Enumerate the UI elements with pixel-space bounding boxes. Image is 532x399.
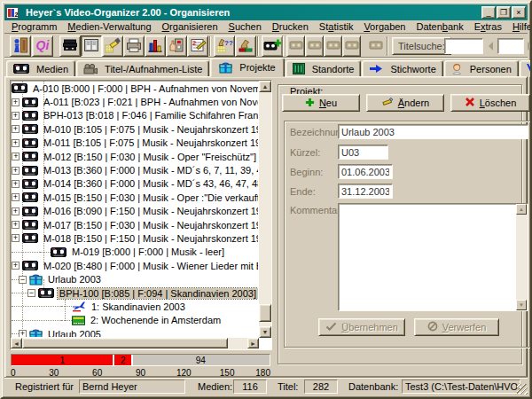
tree-item-bph-100-b-085-f-094[interactable]: −BPH-100 [B:085 | F:094 | Skandinavien 2… <box>12 286 258 300</box>
scroll-left-icon[interactable]: ◄ <box>11 338 22 348</box>
scrollbar-thumb[interactable] <box>22 338 228 348</box>
menu-datenbank[interactable]: Datenbank <box>411 21 468 32</box>
record-nav-input[interactable] <box>497 38 524 54</box>
tree-item-a-010-b-000-f-000-b[interactable]: A-010 [B:000 | F:000 | BPH - Aufnahmen v… <box>12 82 258 95</box>
minimize-button[interactable]: _ <box>481 6 496 19</box>
tree-item-m-019-b-000-f-000-m[interactable]: M-019 [B:000 | F:000 | Musik - leer] <box>12 246 258 259</box>
tree-item-m-011-b-105-f-075-m[interactable]: +M-011 [B:105 | F:075 | Musik - Neujahrs… <box>12 137 258 150</box>
kuerzel-field[interactable] <box>338 145 388 160</box>
collapse-icon[interactable]: − <box>19 276 27 284</box>
menu-medien-verwaltung[interactable]: Medien-Verwaltung <box>62 21 156 32</box>
tree-item-m-017-b-150-f-030-m[interactable]: +M-017 [B:150 | F:030 | Musik - Neujahrs… <box>12 218 258 231</box>
menu-organisieren[interactable]: Organisieren <box>157 21 223 32</box>
tree-item-urlaub-2003[interactable]: −Urlaub 2003 <box>12 272 258 286</box>
tab-klassifizierungen[interactable]: Klassifizierungen <box>520 60 532 77</box>
scroll-right-icon[interactable]: ► <box>247 338 259 348</box>
add-media-button[interactable] <box>262 35 283 57</box>
stamp-color-button[interactable] <box>235 35 256 57</box>
expand-icon[interactable]: + <box>19 330 27 337</box>
new-button[interactable]: Neu <box>282 94 360 112</box>
kommentar-field[interactable]: ▲ ▼ <box>338 203 528 311</box>
database-edit-button[interactable]: 2 <box>187 35 208 57</box>
maximize-button[interactable]: ❐ <box>497 6 511 19</box>
tree-vertical-scrollbar[interactable]: ▲ ▼ <box>259 81 271 338</box>
tab-titel-aufnahmen-liste[interactable]: Titel-/Aufnahmen-Liste <box>76 60 209 77</box>
media-action-5-button[interactable] <box>366 35 385 57</box>
menu-programm[interactable]: Programm <box>6 21 62 32</box>
tree-item-bph-013-b-018-f-046[interactable]: +BPH-013 [B:018 | F:046 | Familie Schifa… <box>12 109 258 122</box>
scrollbar-thumb[interactable] <box>259 304 271 322</box>
close-button[interactable]: × <box>512 6 526 19</box>
menu-hilfe[interactable]: Hilfe <box>507 21 532 32</box>
title-search-input[interactable] <box>444 38 483 54</box>
media-management-button[interactable] <box>59 35 81 57</box>
tree-item-2-wochenende-in-amsterd[interactable]: 2: Wochenende in Amsterdam <box>12 314 258 327</box>
scroll-down-icon[interactable]: ▼ <box>259 326 271 338</box>
apply-button[interactable]: Übernehmen <box>318 318 405 336</box>
expand-icon[interactable]: + <box>12 180 20 188</box>
tree-item-m-014-b-360-f-000-m[interactable]: +M-014 [B:360 | F:000 | Musik - MD´s 43,… <box>12 177 258 191</box>
beginn-field[interactable] <box>338 164 393 179</box>
expand-icon[interactable]: + <box>12 153 20 160</box>
toolbar-separator <box>209 36 211 56</box>
media-action-1-button[interactable] <box>286 35 305 57</box>
expand-icon[interactable]: + <box>12 234 20 242</box>
tree-item-m-012-b-150-f-030-m[interactable]: +M-012 [B:150 | F:030 | Musik - Oper "Fr… <box>12 150 258 163</box>
menu-extras[interactable]: Extras <box>469 21 507 32</box>
print-button[interactable] <box>123 35 145 57</box>
resize-grip[interactable] <box>517 384 528 395</box>
stamp-check-button[interactable]: ?? <box>214 35 235 57</box>
media-action-3-button[interactable] <box>324 35 342 57</box>
statistics-button[interactable] <box>145 35 166 57</box>
cassette-icon <box>22 124 38 134</box>
expand-icon[interactable]: + <box>12 262 20 270</box>
menu-suchen[interactable]: Suchen <box>223 21 267 32</box>
menu-statistik[interactable]: Statistik <box>314 21 359 32</box>
defaults-button[interactable] <box>166 35 187 57</box>
tree-item-m-010-b-105-f-075-m[interactable]: +M-010 [B:105 | F:075 | Musik - Neujahrs… <box>12 122 258 136</box>
media-action-2-button[interactable] <box>305 35 324 57</box>
title-search-button[interactable]: Titelsuche: <box>392 37 451 55</box>
tree-item-a-011-b-023-f-021-b[interactable]: +A-011 [B:023 | F:021 | BPH - Aufnahmen … <box>12 95 258 108</box>
tree-item-m-016-b-090-f-150-m[interactable]: +M-016 [B:090 | F:150 | Musik - Neujahrs… <box>12 205 258 218</box>
bezeichnung-field[interactable] <box>338 124 528 139</box>
scroll-down-icon[interactable]: ▼ <box>516 300 527 310</box>
tree-item-m-018-b-150-f-150-m[interactable]: +M-018 [B:150 | F:150 | Musik - Neujahrs… <box>12 231 258 245</box>
tree-item-urlaub-2005[interactable]: +Urlaub 2005 <box>12 327 258 337</box>
exit-button[interactable] <box>10 35 31 57</box>
menu-vorgaben[interactable]: Vorgaben <box>358 21 411 32</box>
discard-button[interactable]: Verwerfen <box>414 318 499 336</box>
organize-button[interactable] <box>81 35 102 57</box>
collapse-icon[interactable]: − <box>27 289 35 297</box>
scroll-up-icon[interactable]: ▲ <box>259 81 271 92</box>
tree-item-m-020-b-480-f-000-m[interactable]: +M-020 [B:480 | F:000 | Musik - Wiener L… <box>12 259 258 272</box>
media-action-4-button[interactable] <box>342 35 361 57</box>
tab-standorte[interactable]: Standorte <box>286 60 362 77</box>
tab-stichworte[interactable]: Stichworte <box>362 60 442 77</box>
ende-field[interactable] <box>338 184 393 199</box>
tree-item-1-skandinavien-2003[interactable]: 1: Skandinavien 2003 <box>12 300 258 313</box>
search-media-button[interactable] <box>102 35 123 57</box>
kommentar-scrollbar[interactable]: ▲ ▼ <box>516 204 528 310</box>
expand-icon[interactable]: + <box>12 98 20 106</box>
tab-medien[interactable]: Medien <box>6 60 75 77</box>
delete-button[interactable]: Löschen <box>450 94 530 112</box>
tree-horizontal-scrollbar[interactable]: ◄ ► <box>11 338 259 349</box>
expand-icon[interactable]: + <box>12 139 20 147</box>
expand-icon[interactable]: + <box>12 125 20 133</box>
expand-icon[interactable]: + <box>12 193 20 201</box>
edit-button[interactable]: Ändern <box>366 94 444 112</box>
tree-item-m-013-b-360-f-000-m[interactable]: +M-013 [B:360 | F:000 | Musik - MD´s 6, … <box>12 163 258 176</box>
record-prev-icon[interactable] <box>489 42 493 51</box>
expand-icon[interactable]: + <box>12 207 20 215</box>
expand-icon[interactable]: + <box>12 112 20 120</box>
record-next-icon[interactable] <box>528 42 532 51</box>
expand-icon[interactable]: + <box>12 167 20 175</box>
tree-item-m-015-b-150-f-030-m[interactable]: +M-015 [B:150 | F:030 | Musik - Oper :"D… <box>12 191 258 204</box>
tab-projekte[interactable]: Projekte <box>210 58 284 77</box>
tab-personen[interactable]: Personen <box>444 60 519 77</box>
quickinfo-button[interactable]: Qi <box>32 35 53 57</box>
scroll-up-icon[interactable]: ▲ <box>516 204 527 215</box>
menu-drucken[interactable]: Drucken <box>267 21 314 32</box>
expand-icon[interactable]: + <box>12 221 20 229</box>
